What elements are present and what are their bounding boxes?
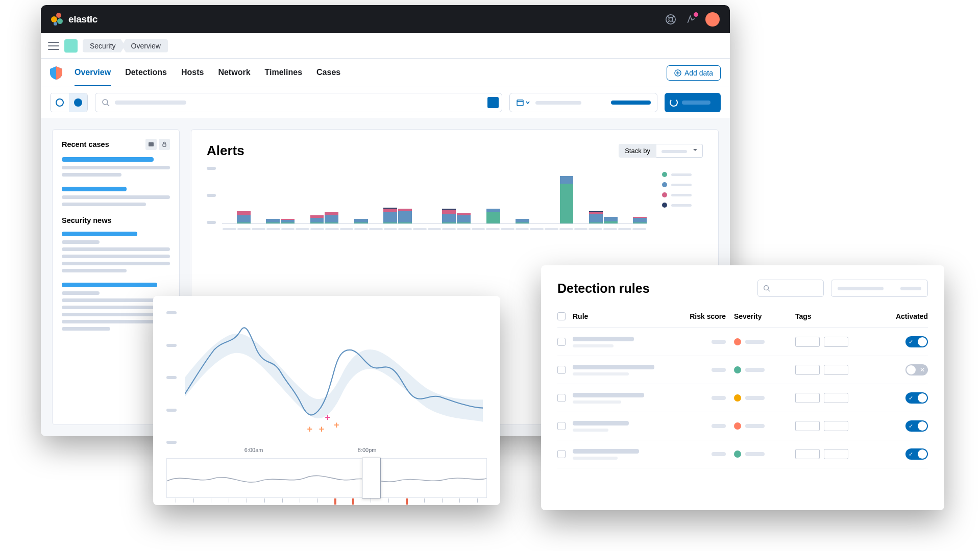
add-data-button[interactable]: Add data: [667, 65, 721, 81]
search-icon: [763, 285, 770, 292]
recent-case-item[interactable]: [62, 187, 170, 206]
stack-by-select[interactable]: [656, 144, 703, 158]
user-avatar[interactable]: [705, 12, 720, 27]
recent-cases-action-2-icon[interactable]: [159, 139, 170, 150]
rules-action-button[interactable]: [831, 280, 928, 297]
activated-toggle[interactable]: ✓: [905, 392, 928, 404]
col-severity: Severity: [734, 312, 795, 320]
recent-case-item[interactable]: [62, 157, 170, 177]
rules-search-input[interactable]: [757, 280, 824, 297]
tag[interactable]: [795, 337, 820, 347]
tag[interactable]: [824, 365, 848, 375]
brand-logo[interactable]: elastic: [51, 13, 97, 26]
legend-item[interactable]: [662, 192, 703, 197]
svg-line-3: [672, 20, 674, 22]
query-language-badge[interactable]: [487, 97, 499, 108]
rule-row[interactable]: ✓: [557, 384, 928, 412]
severity: [734, 450, 795, 458]
rule-row[interactable]: ✓: [557, 412, 928, 440]
query-placeholder: [115, 101, 186, 105]
calendar-icon: [516, 98, 530, 107]
breadcrumb-bar: Security Overview: [41, 33, 730, 59]
tag[interactable]: [795, 449, 820, 459]
tab-overview[interactable]: Overview: [75, 60, 111, 86]
query-input[interactable]: [95, 93, 502, 112]
timeline-brush[interactable]: [362, 458, 381, 498]
tab-network[interactable]: Network: [218, 60, 250, 86]
stack-by-control: Stack by: [619, 144, 703, 158]
breadcrumb: Security Overview: [83, 39, 168, 53]
svg-line-14: [768, 290, 770, 292]
filter-mode-off[interactable]: [51, 93, 69, 112]
severity: [734, 394, 795, 402]
svg-line-4: [667, 20, 669, 22]
tag[interactable]: [824, 449, 848, 459]
rules-table-header: Rule Risk score Severity Tags Activated: [557, 308, 928, 328]
tab-timelines[interactable]: Timelines: [265, 60, 303, 86]
tag[interactable]: [795, 393, 820, 403]
refresh-button[interactable]: [665, 93, 721, 112]
severity: [734, 422, 795, 430]
rule-row[interactable]: ✓: [557, 440, 928, 468]
svg-rect-12: [163, 144, 166, 146]
notification-dot: [694, 12, 698, 17]
alerts-title: Alerts: [207, 143, 244, 159]
topbar-actions: [665, 12, 720, 27]
stack-by-label: Stack by: [619, 144, 656, 158]
tags: [795, 337, 877, 347]
menu-toggle-icon[interactable]: [48, 42, 59, 50]
date-range-picker[interactable]: [509, 93, 657, 112]
row-checkbox[interactable]: [557, 338, 566, 346]
tag[interactable]: [795, 365, 820, 375]
rule-name: [573, 337, 678, 347]
security-news-title: Security news: [62, 216, 170, 224]
activated-toggle[interactable]: ✓: [905, 336, 928, 347]
anomaly-marker[interactable]: +: [319, 424, 325, 435]
anomaly-marker[interactable]: +: [334, 420, 339, 431]
anomaly-marker[interactable]: +: [325, 412, 330, 423]
col-rule: Rule: [573, 312, 678, 320]
rule-row[interactable]: ✓: [557, 328, 928, 356]
chart-legend: [662, 167, 703, 233]
alerts-bar-chart: [207, 167, 647, 233]
anomaly-line-chart-card: ++++ 6:00am 8:00pm: [153, 296, 500, 505]
activated-toggle[interactable]: ✓: [905, 448, 928, 460]
newsfeed-icon[interactable]: [685, 13, 697, 26]
legend-item[interactable]: [662, 182, 703, 187]
tab-hosts[interactable]: Hosts: [181, 60, 204, 86]
help-icon[interactable]: [665, 13, 677, 26]
legend-item[interactable]: [662, 203, 703, 208]
app-icon[interactable]: [64, 39, 78, 53]
filter-mode-toggle[interactable]: [50, 93, 88, 112]
detection-rules-card: Detection rules Rule Risk score Severity…: [541, 265, 944, 510]
tab-detections[interactable]: Detections: [125, 60, 167, 86]
row-checkbox[interactable]: [557, 450, 566, 458]
tag[interactable]: [824, 337, 848, 347]
tab-cases[interactable]: Cases: [316, 60, 340, 86]
tag[interactable]: [795, 421, 820, 431]
tabs-bar: OverviewDetectionsHostsNetworkTimelinesC…: [41, 59, 730, 87]
risk-score: [712, 452, 726, 456]
breadcrumb-page[interactable]: Overview: [122, 39, 168, 53]
row-checkbox[interactable]: [557, 394, 566, 402]
recent-cases-action-1-icon[interactable]: [145, 139, 157, 150]
legend-item[interactable]: [662, 172, 703, 177]
tag[interactable]: [824, 393, 848, 403]
row-checkbox[interactable]: [557, 366, 566, 374]
rule-row[interactable]: ✕: [557, 356, 928, 384]
overview-timeline[interactable]: [166, 458, 487, 498]
breadcrumb-app[interactable]: Security: [83, 39, 125, 53]
tag[interactable]: [824, 421, 848, 431]
rules-title: Detection rules: [557, 281, 650, 296]
activated-toggle[interactable]: ✓: [905, 420, 928, 432]
filter-mode-on[interactable]: [69, 93, 87, 112]
col-activated: Activated: [877, 312, 928, 320]
news-item[interactable]: [62, 232, 170, 272]
plus-circle-icon: [674, 69, 681, 77]
row-checkbox[interactable]: [557, 422, 566, 430]
search-icon: [102, 98, 110, 107]
tags: [795, 421, 877, 431]
anomaly-marker[interactable]: +: [307, 424, 312, 435]
activated-toggle[interactable]: ✕: [905, 364, 928, 375]
select-all-checkbox[interactable]: [557, 312, 566, 320]
